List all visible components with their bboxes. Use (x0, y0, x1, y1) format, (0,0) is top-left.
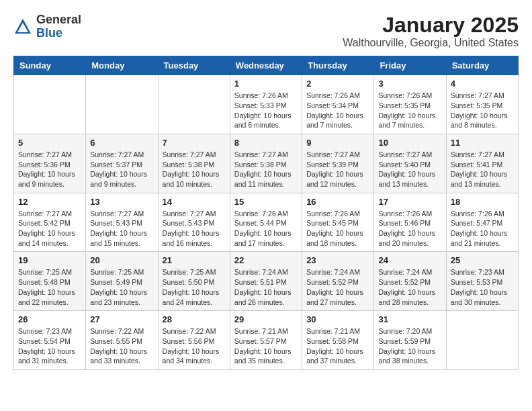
day-number: 4 (451, 79, 514, 89)
calendar-cell: 14Sunrise: 7:27 AM Sunset: 5:43 PM Dayli… (158, 193, 230, 252)
day-number: 30 (306, 314, 369, 324)
calendar-cell: 1Sunrise: 7:26 AM Sunset: 5:33 PM Daylig… (230, 75, 302, 134)
calendar-cell: 13Sunrise: 7:27 AM Sunset: 5:43 PM Dayli… (86, 193, 158, 252)
calendar-cell (14, 75, 86, 134)
calendar-cell: 23Sunrise: 7:24 AM Sunset: 5:52 PM Dayli… (302, 252, 374, 311)
calendar-cell: 31Sunrise: 7:20 AM Sunset: 5:59 PM Dayli… (374, 311, 446, 370)
calendar-cell: 17Sunrise: 7:26 AM Sunset: 5:46 PM Dayli… (374, 193, 446, 252)
day-number: 21 (163, 255, 226, 265)
month-title: January 2025 (343, 13, 519, 37)
calendar-cell: 11Sunrise: 7:27 AM Sunset: 5:41 PM Dayli… (446, 134, 518, 193)
logo-blue-text: Blue (36, 26, 62, 40)
day-info: Sunrise: 7:27 AM Sunset: 5:43 PM Dayligh… (163, 209, 226, 248)
calendar-cell: 16Sunrise: 7:26 AM Sunset: 5:45 PM Dayli… (302, 193, 374, 252)
calendar-cell: 2Sunrise: 7:26 AM Sunset: 5:34 PM Daylig… (302, 75, 374, 134)
calendar-cell: 26Sunrise: 7:23 AM Sunset: 5:54 PM Dayli… (14, 311, 86, 370)
weekday-header-saturday: Saturday (446, 56, 518, 75)
day-number: 26 (18, 314, 81, 324)
weekday-header-wednesday: Wednesday (230, 56, 302, 75)
weekday-header-sunday: Sunday (14, 56, 86, 75)
calendar-cell: 10Sunrise: 7:27 AM Sunset: 5:40 PM Dayli… (374, 134, 446, 193)
calendar-body: 1Sunrise: 7:26 AM Sunset: 5:33 PM Daylig… (14, 75, 519, 370)
day-number: 29 (234, 314, 298, 324)
day-info: Sunrise: 7:27 AM Sunset: 5:38 PM Dayligh… (234, 150, 298, 189)
day-info: Sunrise: 7:26 AM Sunset: 5:45 PM Dayligh… (306, 209, 369, 248)
day-number: 27 (90, 314, 153, 324)
day-number: 14 (163, 197, 226, 207)
day-info: Sunrise: 7:26 AM Sunset: 5:47 PM Dayligh… (451, 209, 514, 248)
calendar-cell: 12Sunrise: 7:27 AM Sunset: 5:42 PM Dayli… (14, 193, 86, 252)
day-info: Sunrise: 7:26 AM Sunset: 5:35 PM Dayligh… (378, 91, 441, 130)
day-number: 13 (90, 197, 153, 207)
logo-text: General Blue (36, 13, 81, 40)
calendar-cell: 9Sunrise: 7:27 AM Sunset: 5:39 PM Daylig… (302, 134, 374, 193)
day-info: Sunrise: 7:27 AM Sunset: 5:35 PM Dayligh… (451, 91, 514, 130)
day-info: Sunrise: 7:24 AM Sunset: 5:52 PM Dayligh… (306, 267, 369, 307)
calendar-cell: 18Sunrise: 7:26 AM Sunset: 5:47 PM Dayli… (446, 193, 518, 252)
day-number: 5 (18, 138, 81, 148)
day-number: 8 (234, 138, 298, 148)
day-info: Sunrise: 7:20 AM Sunset: 5:59 PM Dayligh… (378, 326, 441, 366)
calendar-cell: 30Sunrise: 7:21 AM Sunset: 5:58 PM Dayli… (302, 311, 374, 370)
logo-icon (13, 17, 32, 36)
calendar-cell: 25Sunrise: 7:23 AM Sunset: 5:53 PM Dayli… (446, 252, 518, 311)
day-info: Sunrise: 7:22 AM Sunset: 5:55 PM Dayligh… (90, 326, 153, 366)
calendar-cell: 21Sunrise: 7:25 AM Sunset: 5:50 PM Dayli… (158, 252, 230, 311)
day-info: Sunrise: 7:27 AM Sunset: 5:41 PM Dayligh… (451, 150, 514, 189)
day-info: Sunrise: 7:27 AM Sunset: 5:36 PM Dayligh… (18, 150, 81, 189)
day-info: Sunrise: 7:25 AM Sunset: 5:48 PM Dayligh… (18, 267, 81, 307)
weekday-header-thursday: Thursday (302, 56, 374, 75)
day-info: Sunrise: 7:25 AM Sunset: 5:49 PM Dayligh… (90, 267, 153, 307)
day-number: 11 (451, 138, 514, 148)
logo-general-text: General (36, 13, 81, 26)
calendar-week-row: 5Sunrise: 7:27 AM Sunset: 5:36 PM Daylig… (14, 134, 519, 193)
calendar-cell: 28Sunrise: 7:22 AM Sunset: 5:56 PM Dayli… (158, 311, 230, 370)
day-number: 23 (306, 255, 369, 265)
day-number: 6 (90, 138, 153, 148)
day-number: 15 (234, 197, 298, 207)
day-number: 7 (163, 138, 226, 148)
day-info: Sunrise: 7:22 AM Sunset: 5:56 PM Dayligh… (163, 326, 226, 366)
calendar-cell (158, 75, 230, 134)
day-number: 3 (378, 79, 441, 89)
calendar-cell: 29Sunrise: 7:21 AM Sunset: 5:57 PM Dayli… (230, 311, 302, 370)
day-info: Sunrise: 7:27 AM Sunset: 5:42 PM Dayligh… (18, 209, 81, 248)
day-number: 12 (18, 197, 81, 207)
day-info: Sunrise: 7:23 AM Sunset: 5:54 PM Dayligh… (18, 326, 81, 366)
day-info: Sunrise: 7:26 AM Sunset: 5:33 PM Dayligh… (234, 91, 298, 130)
day-info: Sunrise: 7:24 AM Sunset: 5:51 PM Dayligh… (234, 267, 298, 307)
day-number: 17 (378, 197, 441, 207)
location-title: Walthourville, Georgia, United States (343, 37, 519, 49)
day-number: 10 (378, 138, 441, 148)
calendar-week-row: 19Sunrise: 7:25 AM Sunset: 5:48 PM Dayli… (14, 252, 519, 311)
day-info: Sunrise: 7:27 AM Sunset: 5:40 PM Dayligh… (378, 150, 441, 189)
day-number: 2 (306, 79, 369, 89)
calendar-cell: 5Sunrise: 7:27 AM Sunset: 5:36 PM Daylig… (14, 134, 86, 193)
day-number: 20 (90, 255, 153, 265)
calendar-cell: 3Sunrise: 7:26 AM Sunset: 5:35 PM Daylig… (374, 75, 446, 134)
calendar-cell: 8Sunrise: 7:27 AM Sunset: 5:38 PM Daylig… (230, 134, 302, 193)
day-number: 22 (234, 255, 298, 265)
day-number: 18 (451, 197, 514, 207)
day-number: 16 (306, 197, 369, 207)
calendar-week-row: 26Sunrise: 7:23 AM Sunset: 5:54 PM Dayli… (14, 311, 519, 370)
calendar-week-row: 1Sunrise: 7:26 AM Sunset: 5:33 PM Daylig… (14, 75, 519, 134)
day-number: 9 (306, 138, 369, 148)
day-number: 25 (451, 255, 514, 265)
weekday-header-friday: Friday (374, 56, 446, 75)
calendar-cell: 27Sunrise: 7:22 AM Sunset: 5:55 PM Dayli… (86, 311, 158, 370)
calendar-cell: 15Sunrise: 7:26 AM Sunset: 5:44 PM Dayli… (230, 193, 302, 252)
day-info: Sunrise: 7:25 AM Sunset: 5:50 PM Dayligh… (163, 267, 226, 307)
title-area: January 2025 Walthourville, Georgia, Uni… (343, 13, 519, 49)
day-info: Sunrise: 7:26 AM Sunset: 5:34 PM Dayligh… (306, 91, 369, 130)
day-info: Sunrise: 7:27 AM Sunset: 5:38 PM Dayligh… (163, 150, 226, 189)
calendar-header-row: SundayMondayTuesdayWednesdayThursdayFrid… (14, 56, 519, 75)
day-number: 1 (234, 79, 298, 89)
calendar-table: SundayMondayTuesdayWednesdayThursdayFrid… (13, 56, 519, 370)
calendar-cell: 20Sunrise: 7:25 AM Sunset: 5:49 PM Dayli… (86, 252, 158, 311)
day-number: 28 (163, 314, 226, 324)
calendar-cell: 19Sunrise: 7:25 AM Sunset: 5:48 PM Dayli… (14, 252, 86, 311)
day-info: Sunrise: 7:23 AM Sunset: 5:53 PM Dayligh… (451, 267, 514, 307)
calendar-cell: 24Sunrise: 7:24 AM Sunset: 5:52 PM Dayli… (374, 252, 446, 311)
calendar-week-row: 12Sunrise: 7:27 AM Sunset: 5:42 PM Dayli… (14, 193, 519, 252)
